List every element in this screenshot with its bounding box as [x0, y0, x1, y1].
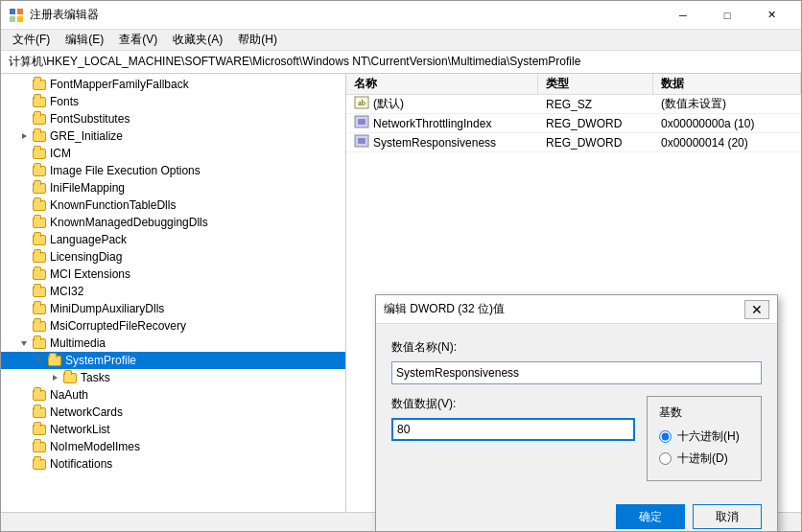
svg-rect-13: [358, 138, 366, 144]
folder-icon: [32, 94, 47, 109]
svg-marker-4: [22, 133, 27, 139]
tree-toggle-icon[interactable]: [16, 128, 32, 144]
tree-item[interactable]: NetworkCards: [1, 404, 345, 421]
tree-toggle-icon: [16, 318, 32, 334]
tree-toggle-icon[interactable]: [32, 353, 47, 368]
menu-edit[interactable]: 编辑(E): [58, 30, 111, 50]
tree-toggle-icon: [16, 387, 32, 403]
svg-text:ab: ab: [358, 99, 366, 107]
dec-radio-label[interactable]: 十进制(D): [659, 451, 749, 467]
data-input[interactable]: [391, 418, 635, 441]
tree-item-label: KnownManagedDebuggingDlls: [50, 216, 208, 229]
value-row[interactable]: NetworkThrottlingIndexREG_DWORD0x0000000…: [346, 114, 801, 133]
address-bar: 计算机\HKEY_LOCAL_MACHINE\SOFTWARE\Microsof…: [1, 51, 801, 74]
dec-radio-text: 十进制(D): [677, 451, 728, 467]
dialog-close-button[interactable]: ✕: [744, 300, 769, 319]
tree-toggle-icon[interactable]: [47, 370, 62, 385]
tree-toggle-icon[interactable]: [16, 335, 32, 351]
tree-item-label: Image File Execution Options: [50, 164, 200, 177]
tree-item[interactable]: MCI Extensions: [1, 266, 345, 283]
tree-item-label: NetworkList: [50, 423, 110, 436]
tree-toggle-icon: [16, 422, 32, 437]
maximize-button[interactable]: □: [705, 1, 749, 30]
svg-rect-11: [358, 119, 366, 125]
menu-favorites[interactable]: 收藏夹(A): [165, 30, 230, 50]
title-bar: 注册表编辑器 ─ □ ✕: [1, 1, 801, 30]
name-input[interactable]: [391, 361, 762, 384]
tree-item[interactable]: SystemProfile: [1, 352, 345, 369]
radix-label: 基数: [659, 405, 749, 421]
menu-help[interactable]: 帮助(H): [230, 30, 285, 50]
col-header-data: 数据: [653, 74, 801, 94]
tree-item[interactable]: NetworkList: [1, 421, 345, 438]
tree-item[interactable]: ICM: [1, 145, 345, 162]
dec-radio[interactable]: [659, 452, 672, 465]
tree-item-label: KnownFunctionTableDlls: [50, 198, 176, 212]
tree-item[interactable]: Fonts: [1, 93, 345, 110]
hex-radio-label[interactable]: 十六进制(H): [659, 428, 749, 445]
tree-item[interactable]: KnownManagedDebuggingDlls: [1, 214, 345, 231]
tree-item[interactable]: KnownFunctionTableDlls: [1, 197, 345, 214]
tree-item-label: GRE_Initialize: [50, 129, 123, 143]
tree-item[interactable]: LanguagePack: [1, 231, 345, 248]
tree-toggle-icon: [16, 180, 32, 196]
minimize-button[interactable]: ─: [661, 1, 705, 30]
tree-item[interactable]: LicensingDiag: [1, 248, 345, 266]
value-data: 0x00000000a (10): [653, 117, 801, 130]
value-row[interactable]: SystemResponsivenessREG_DWORD0x00000014 …: [346, 133, 801, 152]
tree-item-label: SystemProfile: [65, 354, 136, 367]
value-row[interactable]: ab(默认)REG_SZ(数值未设置): [346, 95, 801, 114]
folder-icon: [32, 163, 47, 178]
tree-toggle-icon: [16, 77, 32, 92]
svg-rect-1: [17, 9, 23, 14]
value-data: 0x00000014 (20): [653, 136, 801, 150]
menu-view[interactable]: 查看(V): [111, 30, 165, 50]
data-row: 数值数据(V): 基数 十六进制(H) 十进制(D): [391, 396, 762, 481]
dialog-title-bar: 编辑 DWORD (32 位)值 ✕: [376, 295, 777, 324]
value-type-icon: [354, 114, 369, 132]
value-type: REG_DWORD: [538, 136, 653, 150]
tree-toggle-icon: [16, 439, 32, 454]
data-label: 数值数据(V):: [391, 396, 635, 412]
folder-icon: [32, 439, 47, 454]
folder-icon: [32, 266, 47, 282]
value-section: 数值数据(V):: [391, 396, 635, 441]
close-button[interactable]: ✕: [749, 1, 793, 30]
edit-dword-dialog: 编辑 DWORD (32 位)值 ✕ 数值名称(N): 数值数据(V): 基数: [375, 294, 778, 531]
tree-toggle-icon: [16, 249, 32, 265]
tree-item[interactable]: MsiCorruptedFileRecovery: [1, 317, 345, 335]
cancel-button[interactable]: 取消: [693, 504, 762, 529]
tree-item-label: MsiCorruptedFileRecovery: [50, 319, 186, 333]
folder-icon: [32, 335, 47, 351]
tree-item[interactable]: Multimedia: [1, 335, 345, 352]
name-label: 数值名称(N):: [391, 339, 762, 356]
tree-item-label: FontSubstitutes: [50, 112, 130, 126]
window-controls: ─ □ ✕: [661, 1, 793, 30]
tree-item[interactable]: FontMapperFamilyFallback: [1, 76, 345, 93]
folder-icon: [32, 387, 47, 403]
hex-radio[interactable]: [659, 430, 672, 443]
menu-bar: 文件(F) 编辑(E) 查看(V) 收藏夹(A) 帮助(H): [1, 30, 801, 51]
tree-item[interactable]: Image File Execution Options: [1, 162, 345, 179]
value-name: NetworkThrottlingIndex: [346, 114, 538, 132]
tree-toggle-icon: [16, 405, 32, 420]
tree-item[interactable]: FontSubstitutes: [1, 110, 345, 127]
tree-item[interactable]: MiniDumpAuxiliaryDlls: [1, 300, 345, 317]
value-name-text: SystemResponsiveness: [373, 136, 496, 150]
tree-panel[interactable]: FontMapperFamilyFallbackFontsFontSubstit…: [1, 74, 346, 512]
tree-item[interactable]: NaAuth: [1, 386, 345, 404]
tree-item[interactable]: Notifications: [1, 455, 345, 473]
dialog-footer: 确定 取消: [376, 497, 777, 531]
tree-item[interactable]: MCI32: [1, 283, 345, 300]
tree-item[interactable]: NoImeModelImes: [1, 438, 345, 455]
ok-button[interactable]: 确定: [616, 504, 685, 529]
menu-file[interactable]: 文件(F): [5, 30, 58, 50]
folder-icon: [32, 301, 47, 316]
value-type-icon: [354, 133, 369, 151]
tree-item-label: NoImeModelImes: [50, 440, 140, 453]
tree-item-label: Multimedia: [50, 336, 106, 350]
tree-item[interactable]: GRE_Initialize: [1, 127, 345, 145]
tree-item[interactable]: IniFileMapping: [1, 179, 345, 197]
folder-icon: [47, 353, 62, 368]
tree-item[interactable]: Tasks: [1, 369, 345, 386]
